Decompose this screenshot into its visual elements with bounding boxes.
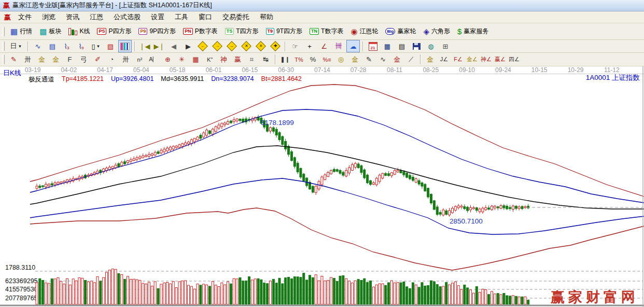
gold2-angle-icon[interactable]: 金∠ (466, 53, 479, 66)
gold-ratio-h-icon[interactable]: 金 (35, 53, 48, 66)
toolbar-button-winner-service[interactable]: $赢家服务 (454, 26, 492, 37)
percent-line-icon[interactable]: %≡ (320, 53, 333, 66)
wave-3-icon[interactable]: ⌇3 (60, 40, 74, 52)
time-cycle-icon[interactable]: ◔ (105, 53, 118, 66)
si-angle-icon[interactable]: 四∠ (508, 53, 521, 66)
toolbar-button-gann-wheel[interactable]: ◉江恩轮 (347, 26, 382, 37)
gann-compass-icon[interactable]: ⊕ (161, 53, 174, 66)
toolbar-button-winner-wheel[interactable]: Big赢家轮 (382, 26, 419, 37)
pan-hand-icon[interactable]: ☞ (288, 40, 302, 52)
gold-band-icon[interactable]: 金 (390, 53, 403, 66)
menu-4[interactable]: 公式选股 (108, 11, 146, 23)
volume-bar (121, 274, 123, 304)
angle-measure-icon[interactable]: ∠ (317, 40, 331, 52)
nav-last-button[interactable]: ▶❘ (152, 40, 166, 52)
t-percent-icon[interactable]: T% (292, 53, 305, 66)
candle-body (406, 173, 408, 177)
period-text: 日 (10, 41, 17, 51)
crosshair-icon[interactable]: + (303, 40, 316, 52)
channel-value-Up: Up=3926.4801 (111, 75, 153, 84)
n-square-icon[interactable]: n² (133, 53, 146, 66)
angle-a-icon[interactable]: A⎸ (147, 53, 160, 66)
stat-bars-icon[interactable]: ❚❙ (278, 53, 291, 66)
toolbar-grip[interactable] (2, 27, 5, 36)
menu-6[interactable]: 工具 (170, 11, 193, 23)
draw-pen-icon[interactable]: ✎ (7, 53, 20, 66)
toolbar-button-hexagon[interactable]: ◈六角形 (419, 26, 454, 37)
calculator-icon[interactable]: ▦ (381, 40, 394, 52)
shift-right-diamond[interactable]: → (211, 40, 224, 52)
nav-prev-button[interactable]: ◀ (167, 40, 180, 52)
shen-angle-icon[interactable]: 神∠ (480, 53, 493, 66)
expand-h-diamond[interactable]: ↔ (225, 40, 239, 52)
kline-chart[interactable]: 03-1904-0204-1705-0405-1806-0106-1506-30… (0, 66, 644, 307)
period-selector[interactable]: 日▼ (7, 40, 25, 52)
gold-angle-icon[interactable]: 金 (424, 53, 437, 66)
menu-5[interactable]: 设置 (146, 11, 170, 23)
time-fence-icon[interactable]: 卅 (119, 53, 132, 66)
toolbar-button-t-square[interactable]: TST四方形 (221, 26, 262, 37)
toolbar-button-9p-square[interactable]: P99P四方形 (135, 26, 179, 37)
span-measure-icon[interactable]: ↹ (259, 53, 272, 66)
web-export-icon[interactable]: ◍ (424, 40, 438, 52)
calendar-icon[interactable]: 21 (366, 40, 380, 52)
pen-bars-icon[interactable]: ✎ (362, 53, 375, 66)
gold-circle-icon[interactable]: ◎ (334, 53, 347, 66)
candle-style-icon[interactable]: ▯▼ (89, 40, 103, 52)
color-histogram-icon[interactable] (118, 40, 132, 52)
price-fence-icon[interactable]: 卅 (21, 53, 34, 66)
gold-ratio-v-icon[interactable]: 金 (49, 53, 62, 66)
candle-body (436, 207, 438, 215)
fit-all-diamond[interactable]: ✳ (254, 40, 268, 52)
menu-2[interactable]: 资讯 (61, 11, 85, 23)
ying-angle-icon[interactable]: 赢∠ (494, 53, 507, 66)
volume-bar (154, 282, 156, 304)
f-angle-icon[interactable]: F∠ (452, 53, 465, 66)
cloud-overlay-icon[interactable]: ☁ (346, 40, 360, 52)
wave-9-icon[interactable]: ⌇9 (75, 40, 88, 52)
brush-icon[interactable]: ✐ (91, 53, 104, 66)
trend-line-icon[interactable]: ∿ (31, 40, 45, 52)
toolbar-button-p-number-table[interactable]: PNP数字表 (179, 26, 221, 37)
menu-8[interactable]: 交易委托 (217, 11, 255, 23)
k-mark-icon[interactable]: K" (203, 53, 216, 66)
percent-icon[interactable]: % (306, 53, 319, 66)
f10-info-icon[interactable]: ▤ (46, 40, 59, 52)
wave-channel-icon[interactable]: ∿ (376, 53, 389, 66)
gann-star-icon[interactable]: ✳ (175, 53, 188, 66)
toolbar-button-quotes-table[interactable]: ▦行情 (7, 26, 36, 37)
shen-tool-icon[interactable]: 神 (217, 53, 230, 66)
time-fence-icon-glyph: 卅 (122, 55, 129, 64)
gold-lines-icon[interactable]: 金 (348, 53, 361, 66)
j-angle-icon[interactable]: J∠ (438, 53, 451, 66)
menu-1[interactable]: 浏览 (37, 11, 61, 23)
toolbar-grip[interactable] (2, 55, 5, 64)
save-icon[interactable] (410, 40, 423, 52)
toolbar-grip[interactable] (2, 41, 5, 51)
print-icon[interactable]: ⊞ (439, 40, 452, 52)
spiral-icon[interactable]: 弓 (77, 53, 90, 66)
toolbar-button-p-square[interactable]: PSP四方形 (93, 26, 135, 37)
shift-left-diamond[interactable]: ← (196, 40, 209, 52)
menu-9[interactable]: 帮助 (255, 11, 278, 23)
gann-box-icon[interactable]: ▦ (189, 53, 202, 66)
j-slope-icon[interactable]: ⟋ (404, 53, 417, 66)
notebook-icon[interactable]: ▤ (395, 40, 409, 52)
gann-marker-icon[interactable]: 卌 (332, 40, 345, 52)
toolbar-button-kline-chart[interactable]: K线 (65, 26, 93, 37)
nav-first-button[interactable]: ❘◀ (138, 40, 151, 52)
menu-7[interactable]: 窗口 (193, 11, 217, 23)
toolbar-button-9t-square[interactable]: T99T四方形 (262, 26, 306, 37)
f-fence-icon[interactable]: F (63, 53, 76, 66)
menu-0[interactable]: 文件 (13, 11, 37, 23)
compress-diamond[interactable]: ✕ (240, 40, 253, 52)
toolbar-button-t-number-table[interactable]: TNT数字表 (306, 26, 347, 37)
save-icon-glyph (413, 43, 421, 50)
toolbar-button-sectors[interactable]: ▩板块 (36, 26, 65, 37)
nav-next-button[interactable]: ▶ (181, 40, 195, 52)
ying-tool-icon[interactable]: 赢 (231, 53, 244, 66)
ruler-123-icon[interactable]: ⌗ (245, 53, 258, 66)
menu-3[interactable]: 江恩 (85, 11, 108, 23)
restore-diamond[interactable]: ✚ (269, 40, 282, 52)
ex-rights-icon[interactable]: ▧ (104, 40, 117, 52)
